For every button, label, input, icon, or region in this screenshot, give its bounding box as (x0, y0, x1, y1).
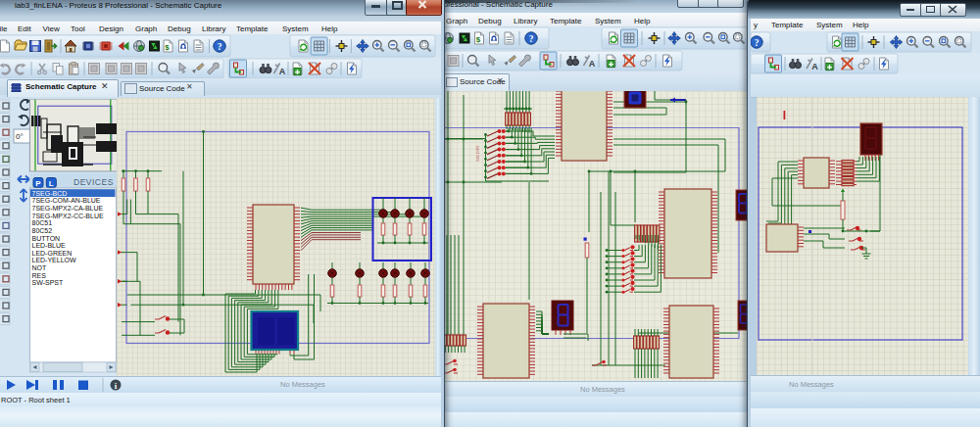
svg-text:P: P (35, 179, 41, 188)
svg-text:BUTTON: BUTTON (32, 235, 61, 242)
svg-text:?: ? (218, 42, 222, 52)
svg-text:0°: 0° (16, 132, 24, 141)
svg-text:7SEG-MPX2-CC-BLUE: 7SEG-MPX2-CC-BLUE (32, 213, 104, 219)
svg-text:LED-BLUE: LED-BLUE (32, 242, 67, 249)
svg-text:RES: RES (32, 272, 47, 279)
svg-text:A: A (811, 62, 818, 71)
svg-text:A: A (279, 67, 286, 76)
svg-text:A: A (589, 59, 596, 69)
svg-text:NOT: NOT (32, 264, 48, 271)
svg-text:DEVICES: DEVICES (74, 177, 114, 187)
svg-text:7SEG-MPX2-CA-BLUE: 7SEG-MPX2-CA-BLUE (32, 205, 104, 212)
svg-text:L: L (49, 179, 54, 188)
svg-text:7SEG-COM-AN-BLUE: 7SEG-COM-AN-BLUE (32, 197, 101, 204)
svg-text:SW-DIP8: SW-DIP8 (475, 145, 480, 162)
svg-text:?: ? (755, 38, 760, 48)
svg-text:$: $ (165, 43, 170, 52)
svg-text:?: ? (529, 34, 534, 44)
svg-text:$: $ (476, 35, 481, 44)
svg-text:SW-SPST: SW-SPST (32, 279, 64, 286)
svg-text:LED-YELLOW: LED-YELLOW (32, 257, 77, 263)
svg-text:LED-GREEN: LED-GREEN (32, 250, 73, 257)
svg-text:80C51: 80C51 (32, 219, 53, 226)
svg-text:80C52: 80C52 (32, 227, 53, 234)
svg-text:7SEG-BCD: 7SEG-BCD (32, 190, 68, 197)
